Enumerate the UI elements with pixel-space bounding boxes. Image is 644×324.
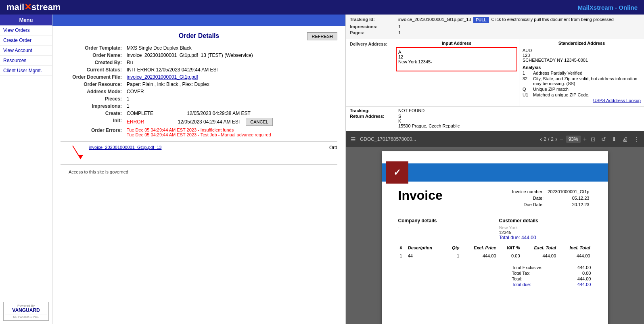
row-desc: 44 (406, 252, 446, 260)
inv-num-label: Invoice number: (510, 189, 545, 194)
top-header: mail✕stream MailXstream - Online (0, 0, 644, 15)
rp-pages-value: 1 (398, 30, 401, 35)
list-item: U1 Matched a unique ZIP Code. (523, 92, 641, 97)
sidebar-item-client-user-mgmt[interactable]: Client User Mgmt. (0, 66, 52, 76)
pdf-content: ✓ Invoice Invoice number: 202301000001_G… (346, 147, 644, 324)
init-label: Init: (61, 117, 125, 127)
pdf-rotate-button[interactable]: ↺ (600, 135, 608, 143)
company-details-header: Company details (398, 218, 491, 224)
totals-section: Total Exclusive: 444.00 Total Tax: 0.00 … (398, 264, 592, 288)
inv-due-value: 20.12.23 (546, 202, 591, 207)
address-mode-value: COVER (125, 88, 337, 95)
info-section: Tracking Id: invoice_202301000001_Gt1p.p… (346, 15, 644, 39)
table-row: Init: ERROR 12/05/2023 04:29:44 AM EST C… (61, 117, 337, 127)
order-details-title: Order Details (130, 32, 268, 40)
pdf-fit-button[interactable]: ⊡ (589, 135, 597, 143)
inv-date-label: Date: (510, 195, 545, 201)
table-row: Address Mode: COVER (61, 88, 337, 95)
pdf-viewer: ☰ GDOC_1701768578000... ‹ 2 / 2 › − 93% … (346, 131, 644, 324)
col-header-excl-price: Excl. Price (461, 244, 498, 252)
table-row: Order Resource: Paper: Plain , Ink: Blac… (61, 81, 337, 88)
delivery-address-label: Delivery Address: (346, 39, 394, 106)
total-tax-value: 0.00 (567, 271, 591, 276)
standardized-address-box: Standardized Address AUD 123 SCHENECTADY… (519, 39, 644, 106)
svg-line-0 (73, 146, 81, 159)
content-area: Order Details REFRESH Order Template: MX… (52, 15, 345, 324)
impressions-label: Impressions: (61, 102, 125, 110)
cancel-button[interactable]: CANCEL (246, 118, 273, 126)
pdf-download-button[interactable]: ⬇ (610, 135, 618, 143)
pdf-prev-page-button[interactable]: ‹ (540, 136, 542, 143)
pdf-zoom-in-button[interactable]: + (583, 136, 587, 143)
sidebar: Menu View Orders Create Order View Accou… (0, 15, 52, 324)
pdf-menu-button[interactable]: ☰ (349, 135, 358, 143)
input-address-content: A 12 New York 12345- (396, 47, 517, 71)
analysis-text-2: City, State, and Zip are valid, but addr… (533, 76, 641, 86)
company-details-placeholder: · (398, 225, 491, 230)
return-address-label: Return Address: (350, 114, 398, 128)
table-row: # Description Qty Excl. Price VAT % Excl… (398, 244, 592, 252)
pdf-page-separator: / (548, 136, 549, 142)
row-excl-total: 444.00 (522, 252, 558, 260)
sidebar-item-create-order[interactable]: Create Order (0, 36, 52, 46)
total-due-label: Total due: (499, 235, 520, 240)
total-due-footer-label: Total due: (512, 282, 566, 287)
inv-num-value: 202301000001_Gt1p (546, 189, 591, 194)
pdf-more-button[interactable]: ⋮ (632, 135, 641, 143)
customer-details-header: Customer details (499, 218, 592, 224)
rp-impressions-label: Impressions: (350, 24, 398, 29)
std-addr-line2: 123 (523, 53, 641, 58)
right-panel: Tracking Id: invoice_202301000001_Gt1p.p… (345, 15, 644, 324)
tracking-label: Tracking: (350, 108, 398, 113)
sidebar-item-view-account[interactable]: View Account (0, 46, 52, 56)
inv-due-label: Due Date: (510, 202, 545, 207)
totals-table: Total Exclusive: 444.00 Total Tax: 0.00 … (511, 264, 592, 288)
created-by-value: Ru (125, 59, 337, 66)
rp-pages-label: Pages: (350, 30, 398, 35)
sidebar-item-view-orders[interactable]: View Orders (0, 25, 52, 36)
order-doc-file-label: Order Document File: (61, 73, 125, 81)
create-status: COMPLETE (127, 111, 153, 116)
site-title: MailXstream - Online (578, 4, 638, 11)
table-row: Current Status: INIT ERROR 12/05/2023 04… (61, 66, 337, 73)
table-row: Order Errors: Tue Dec 05 04:29:44 AM EST… (61, 127, 337, 138)
col-header-excl-total: Excl. Total (522, 244, 558, 252)
pdf-page-control: ‹ 2 / 2 › (540, 136, 557, 143)
table-row: Total Exclusive: 444.00 (512, 265, 591, 270)
std-address-title: Standardized Address (521, 41, 642, 46)
usps-link[interactable]: USPS Adddress Lookup (593, 98, 641, 103)
pdf-print-button[interactable]: 🖨 (621, 135, 629, 143)
table-row: Order Document File: invoice_20230100000… (61, 73, 337, 81)
pdf-zoom-out-button[interactable]: − (560, 136, 563, 143)
document-link[interactable]: invoice_202301000001_Gt1p.pdf_13 (89, 145, 161, 150)
pdf-page-current: 2 (544, 136, 546, 142)
invoice-meta: Invoice number: 202301000001_Gt1p Date: … (510, 188, 592, 208)
col-header-vat: VAT % (498, 244, 522, 252)
sidebar-item-resources[interactable]: Resources (0, 56, 52, 66)
company-customer-row: Company details · Customer details New Y… (398, 213, 592, 240)
order-details: Order Details REFRESH Order Template: MX… (52, 26, 345, 182)
analysis-title: Analysis (523, 65, 641, 70)
table-row: Total due: 444.00 (512, 282, 591, 287)
pull-button[interactable]: PULL (473, 17, 489, 23)
total-exclusive-label: Total Exclusive: (512, 265, 566, 270)
list-item: 32 City, State, and Zip are valid, but a… (523, 76, 641, 86)
return-addr-line1: S (398, 114, 460, 119)
pieces-value: 1 (125, 95, 337, 102)
footer-text: Access to this site is governed (61, 168, 337, 176)
input-addr-line2: 12 (398, 54, 515, 59)
order-doc-file-link[interactable]: invoice_202301000001_Gt1p.pdf (127, 74, 198, 80)
customer-city: New York (499, 225, 592, 230)
error-1: Tue Dec 05 04:29:44 AM EST 2023 - Insuff… (127, 128, 336, 132)
total-value: 444.00 (567, 276, 591, 281)
error-2: Tue Dec 05 04:29:44 AM EST 2023 - Test J… (127, 132, 336, 137)
refresh-button[interactable]: REFRESH (307, 32, 337, 40)
pdf-next-page-button[interactable]: › (555, 136, 557, 143)
company-details-section: Company details · (398, 213, 491, 240)
table-row: Created By: Ru (61, 59, 337, 66)
total-due-footer-value: 444.00 (567, 282, 591, 287)
main-layout: Menu View Orders Create Order View Accou… (0, 15, 644, 324)
return-address-row: Return Address: S K 15500 Prague, Czech … (350, 114, 640, 128)
invoice-logo-icon: ✓ (393, 167, 401, 178)
tracking-row: Tracking: NOT FOUND (350, 108, 640, 113)
